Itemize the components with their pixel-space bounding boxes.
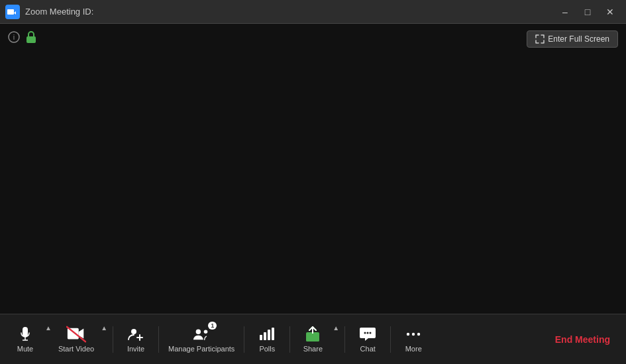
sep-4 — [289, 326, 290, 353]
top-left-icons: i — [8, 30, 37, 44]
participants-icon-area: 1 — [193, 326, 210, 343]
svg-point-21 — [407, 333, 409, 336]
more-button[interactable]: More — [396, 322, 431, 357]
svg-point-22 — [412, 333, 415, 336]
video-chevron-icon[interactable]: ▲ — [101, 324, 107, 332]
mute-icon-area — [17, 326, 34, 343]
chat-icon — [359, 326, 376, 343]
end-meeting-label: End Meeting — [555, 334, 610, 345]
fullscreen-icon — [535, 34, 545, 44]
chat-icon-area — [359, 326, 376, 343]
polls-icon-area — [258, 326, 276, 343]
fullscreen-button[interactable]: Enter Full Screen — [527, 30, 618, 48]
start-video-icon-area — [66, 326, 86, 343]
title-bar: Zoom Meeting ID: – □ ✕ — [0, 0, 626, 24]
mute-button[interactable]: Mute — [8, 322, 42, 357]
title-bar-controls: – □ ✕ — [554, 3, 621, 21]
share-button[interactable]: Share — [295, 322, 330, 357]
svg-point-23 — [417, 333, 420, 336]
svg-rect-15 — [272, 328, 274, 340]
end-meeting-button[interactable]: End Meeting — [547, 329, 618, 350]
more-label: More — [405, 345, 422, 353]
sep-6 — [390, 326, 391, 353]
svg-rect-14 — [268, 330, 270, 340]
share-label: Share — [303, 345, 323, 353]
svg-rect-17 — [306, 334, 319, 341]
svg-point-7 — [131, 329, 136, 334]
restore-button[interactable]: □ — [577, 3, 598, 21]
svg-point-18 — [364, 332, 366, 334]
close-button[interactable]: ✕ — [600, 3, 621, 21]
participant-count-badge: 1 — [208, 322, 217, 330]
chat-button[interactable]: Chat — [350, 322, 385, 357]
svg-point-20 — [370, 332, 372, 334]
sep-3 — [244, 326, 244, 353]
toolbar-left: Mute ▲ Start Video ▲ — [8, 322, 547, 357]
share-chevron-icon[interactable]: ▲ — [333, 324, 339, 332]
manage-participants-label: Manage Participants — [168, 345, 235, 353]
more-icon-area — [405, 326, 422, 343]
svg-rect-12 — [260, 335, 262, 340]
polls-label: Polls — [259, 345, 275, 353]
svg-point-19 — [367, 332, 369, 334]
minimize-button[interactable]: – — [554, 3, 576, 21]
sep-1 — [113, 326, 113, 353]
svg-point-10 — [196, 330, 201, 334]
invite-button[interactable]: Invite — [119, 322, 153, 357]
svg-rect-13 — [264, 332, 266, 340]
main-video-area: i Enter Full Screen — [0, 24, 626, 314]
sep-2 — [158, 326, 159, 353]
svg-text:i: i — [13, 33, 15, 41]
svg-rect-3 — [26, 36, 36, 43]
title-bar-text: Zoom Meeting ID: — [25, 7, 554, 17]
info-icon[interactable]: i — [8, 31, 20, 43]
sep-5 — [344, 326, 345, 353]
mute-chevron-icon[interactable]: ▲ — [45, 324, 52, 332]
polls-button[interactable]: Polls — [250, 322, 284, 357]
share-icon — [304, 326, 321, 343]
start-video-button[interactable]: Start Video — [54, 322, 98, 357]
start-video-label: Start Video — [58, 345, 94, 353]
mute-label: Mute — [17, 345, 33, 353]
video-icon — [66, 326, 86, 343]
svg-point-11 — [204, 330, 208, 334]
participants-icon — [193, 326, 210, 343]
more-icon — [405, 326, 422, 343]
share-icon-area — [304, 326, 321, 343]
invite-icon-area — [127, 326, 144, 343]
invite-label: Invite — [127, 345, 144, 353]
manage-participants-button[interactable]: 1 Manage Participants — [164, 322, 238, 357]
polls-icon — [258, 326, 276, 343]
mic-icon — [17, 326, 34, 343]
toolbar: Mute ▲ Start Video ▲ — [0, 314, 626, 364]
chat-label: Chat — [360, 345, 376, 353]
lock-icon[interactable] — [25, 30, 37, 44]
zoom-logo-icon — [5, 5, 20, 19]
invite-icon — [127, 326, 144, 343]
fullscreen-label: Enter Full Screen — [548, 34, 609, 44]
